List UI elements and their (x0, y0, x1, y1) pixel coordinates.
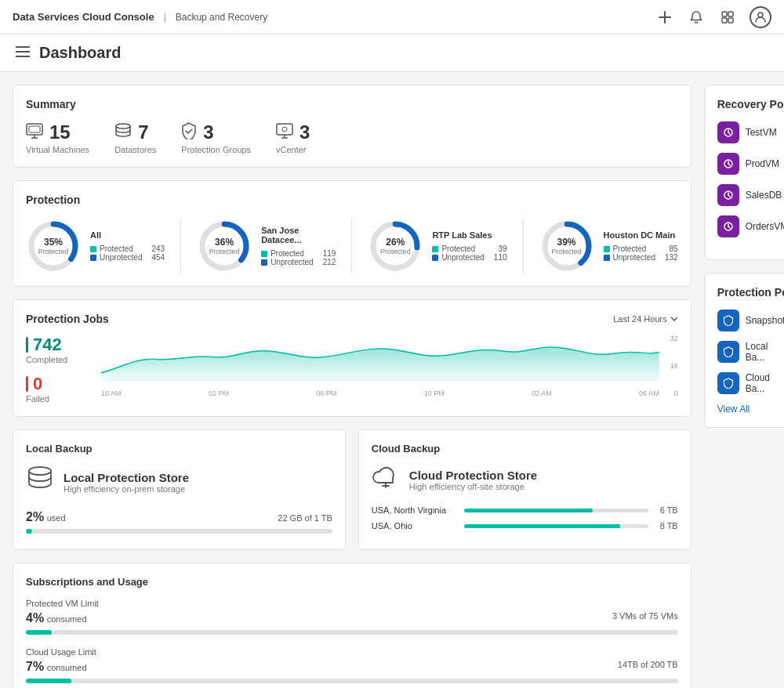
jobs-header: Protection Jobs Last 24 Hours (26, 313, 678, 325)
page-title: Dashboard (39, 44, 121, 62)
protected-val-0: 243 (145, 244, 165, 253)
add-icon[interactable] (655, 8, 674, 27)
summary-item-protection: 3 Protection Groups (181, 121, 251, 154)
local-progress-fill (26, 529, 32, 534)
unprotected-dot-0 (90, 255, 96, 261)
recovery-item-2: SalesDB 203 (717, 184, 784, 206)
summary-items: 15 Virtual Machines 7 Datastores (26, 121, 678, 154)
shield-icon (181, 122, 197, 143)
protection-policies-title: Protection Policies (717, 286, 784, 299)
recovery-item-1: ProdVM 207 (717, 153, 784, 175)
cloud-loc-val-1: 8 TB (655, 521, 678, 530)
protected-text-1: Protected (270, 249, 304, 258)
protected-val-1: 119 (317, 249, 336, 258)
protected-text-3: Protected (613, 244, 647, 253)
protected-dot-2 (432, 246, 438, 252)
local-store-name: Local Protection Store (64, 471, 189, 484)
jobs-filter-dropdown[interactable]: Last 24 Hours (613, 314, 677, 324)
topnav-separator: | (164, 12, 166, 23)
local-usage-row: 2% used 22 GB of 1 TB (26, 510, 332, 524)
backup-row: Local Backup Local Protection Store High… (13, 429, 691, 550)
local-backup-store: Local Protection Store High efficiency o… (26, 465, 332, 499)
svg-point-16 (282, 127, 287, 132)
topnav-right (655, 6, 771, 28)
subs-detail-0: 3 VMs of 75 VMs (612, 611, 678, 625)
top-navigation: Data Services Cloud Console | Backup and… (0, 0, 784, 34)
donut-pct-3: 39% (551, 237, 582, 248)
recovery-name-0: TestVM (746, 127, 784, 138)
protected-text-2: Protected (441, 244, 475, 253)
subs-item-title-0: Protected VM Limit (26, 599, 678, 608)
grid-icon[interactable] (718, 8, 737, 27)
svg-point-27 (29, 467, 51, 475)
cloud-loc-0: USA, North Virginia 6 TB (372, 505, 678, 515)
cloud-loc-name-1: USA, Ohio (372, 521, 458, 530)
recovery-points-card: Recovery Points TestVM 230 ProdVM 207 Sa… (704, 85, 784, 260)
protected-dot-3 (604, 246, 610, 252)
local-backup-card: Local Backup Local Protection Store High… (13, 429, 346, 550)
cloud-locations: USA, North Virginia 6 TB USA, Ohio 8 TB (372, 505, 678, 530)
completed-label: Completed (26, 355, 89, 364)
menu-icon[interactable] (16, 46, 30, 60)
dashboard-header: Dashboard (0, 34, 784, 72)
chart-y-axis: 32 16 0 (662, 335, 678, 397)
summary-card: Summary 15 Virtual Machines (13, 85, 691, 168)
cloud-loc-bar-0 (464, 509, 648, 512)
chart-x-axis: 10 AM 02 PM 06 PM 10 PM 02 AM 06 AM (101, 382, 659, 397)
policy-icon-0 (717, 310, 739, 331)
policy-name-1: Local Ba... (746, 341, 784, 363)
unprotected-val-2: 110 (488, 253, 507, 262)
divider-2 (523, 219, 524, 273)
recovery-icon-3 (717, 215, 739, 237)
svg-rect-3 (728, 12, 733, 16)
cloud-loc-1: USA, Ohio 8 TB (372, 521, 678, 530)
donut-1: 36% Protected (197, 219, 252, 273)
svg-rect-15 (277, 124, 292, 135)
policy-items: Snapshot 7 Local Ba... 3 Cloud Ba... 7 (717, 310, 784, 394)
user-avatar[interactable] (750, 6, 771, 28)
policy-item-1: Local Ba... 3 (717, 341, 784, 363)
completed-count: 742 (33, 335, 62, 355)
recovery-name-1: ProdVM (746, 158, 784, 169)
svg-rect-5 (728, 18, 733, 23)
failed-count: 0 (33, 374, 42, 394)
completed-stat: 742 Completed (26, 335, 89, 364)
protected-text-0: Protected (100, 244, 133, 253)
summary-item-vms: 15 Virtual Machines (26, 121, 89, 154)
jobs-chart: 32 16 0 (101, 335, 678, 397)
local-usage-detail: 22 GB of 1 TB (278, 513, 332, 523)
vcenter-label: vCenter (276, 145, 307, 154)
prot-label-0: All (90, 230, 165, 240)
failed-stat: 0 Failed (26, 374, 89, 404)
vcenter-count: 3 (299, 121, 310, 143)
protection-item-3: 39% Protected Houston DC Main Protected … (539, 219, 678, 273)
protection-item-2: 26% Protected RTP Lab Sales Protected 39… (368, 219, 506, 273)
recovery-name-3: OrdersVM (746, 221, 784, 232)
protection-label: Protection Groups (181, 145, 251, 154)
subs-item-1: Cloud Usage Limit 7% consumed 14TB of 20… (26, 647, 678, 683)
local-progress-bar (26, 529, 332, 534)
topnav-left: Data Services Cloud Console | Backup and… (13, 11, 267, 23)
subs-label-0: consumed (47, 614, 87, 624)
unprotected-dot-1 (261, 259, 267, 266)
divider-1 (351, 219, 352, 273)
cloud-store-desc: High efficiency off-site storage (409, 482, 537, 491)
app-title: Data Services Cloud Console (13, 11, 154, 23)
policy-item-2: Cloud Ba... 7 (717, 372, 784, 394)
subs-pct-1: 7% (26, 660, 44, 673)
completed-bar-indicator (26, 337, 28, 353)
policy-icon-1 (717, 341, 739, 363)
local-store-info: Local Protection Store High efficiency o… (64, 471, 189, 494)
prot-label-1: San Jose Datacee... (261, 226, 336, 244)
recovery-name-2: SalesDB (746, 190, 784, 201)
policy-name-0: Snapshot (746, 315, 784, 326)
recovery-icon-2 (717, 184, 739, 206)
datastore-icon (114, 123, 132, 143)
svg-rect-2 (722, 12, 727, 16)
divider-0 (180, 219, 181, 273)
failed-label: Failed (26, 394, 89, 404)
bell-icon[interactable] (687, 8, 706, 27)
recovery-items: TestVM 230 ProdVM 207 SalesDB 203 Orders… (717, 121, 784, 237)
view-all-button[interactable]: View All (717, 404, 784, 415)
recovery-item-0: TestVM 230 (717, 121, 784, 143)
